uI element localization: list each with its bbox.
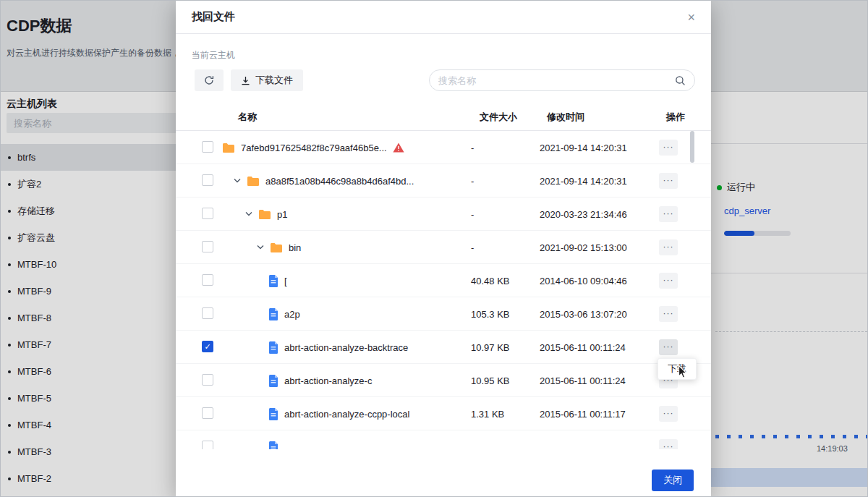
file-icon: [268, 308, 278, 320]
name-cell: a8a8f51a08b446c98a8b4d6af4bd...: [176, 164, 414, 197]
search-icon[interactable]: [675, 75, 686, 86]
file-icon: [268, 275, 278, 287]
folder-icon: [247, 176, 260, 187]
refresh-button[interactable]: [195, 69, 224, 91]
chevron-down-icon[interactable]: [245, 211, 252, 217]
file-row: p1-2020-03-23 21:34:46···: [176, 197, 711, 231]
file-icon: [268, 375, 278, 387]
mouse-cursor: [678, 365, 689, 380]
retrieve-files-dialog: 找回文件 × 当前云主机 下载文件: [176, 1, 711, 497]
file-row: bin-2021-09-02 15:13:00···: [176, 231, 711, 264]
file-icon: [268, 408, 278, 420]
close-icon[interactable]: ×: [687, 11, 695, 24]
modified-time: 2015-06-11 00:11:24: [540, 375, 626, 386]
dialog-title: 找回文件: [192, 10, 235, 24]
file-table-body: 7afebd917625482f8c79aaf46b5e...-2021-09-…: [176, 131, 711, 449]
file-row: ···: [176, 430, 711, 449]
modified-time: 2021-09-02 15:13:00: [540, 242, 627, 253]
download-button-label: 下载文件: [255, 74, 293, 87]
file-row: ✓abrt-action-analyze-backtrace10.97 KB20…: [176, 331, 711, 364]
scrollbar-thumb[interactable]: [690, 131, 694, 163]
modified-time: 2021-09-14 14:20:31: [540, 143, 627, 153]
file-size: 105.3 KB: [471, 309, 510, 320]
file-size: 1.31 KB: [471, 409, 504, 420]
more-actions-button[interactable]: ···: [659, 206, 678, 222]
modified-time: 2015-06-11 00:11:17: [540, 409, 626, 420]
dialog-footer: 关闭: [176, 449, 711, 497]
file-size: -: [471, 176, 474, 187]
chevron-down-icon[interactable]: [234, 178, 241, 184]
current-host-label: 当前云主机: [192, 49, 235, 61]
file-icon: [268, 441, 278, 450]
more-actions-button[interactable]: ···: [659, 439, 678, 449]
more-actions-button[interactable]: ···: [659, 140, 678, 156]
name-cell: abrt-action-analyze-c: [176, 364, 372, 397]
file-name: abrt-action-analyze-ccpp-local: [284, 409, 409, 420]
folder-icon: [258, 209, 271, 220]
modified-time: 2015-03-06 13:07:20: [540, 309, 627, 320]
modified-time: 2014-06-10 09:04:46: [540, 276, 627, 286]
column-header-name: 名称: [238, 111, 257, 124]
file-search-input[interactable]: [438, 75, 675, 86]
column-header-size: 文件大小: [480, 111, 517, 124]
more-actions-button[interactable]: ···: [659, 273, 678, 289]
screen: CDP数据 对云主机进行持续数据保护产生的备份数据，存放 云主机列表 btrfs…: [0, 0, 868, 497]
file-name: abrt-action-analyze-c: [284, 375, 372, 386]
refresh-icon: [204, 75, 214, 85]
chevron-down-icon[interactable]: [257, 245, 264, 250]
download-icon: [241, 76, 250, 85]
close-dialog-button[interactable]: 关闭: [652, 470, 694, 491]
more-actions-button[interactable]: ···: [659, 173, 678, 189]
file-name: [: [284, 276, 287, 286]
file-size: -: [471, 242, 474, 253]
column-header-operation: 操作: [666, 111, 685, 124]
name-cell: bin: [176, 231, 301, 264]
file-name: bin: [289, 242, 301, 253]
more-actions-button[interactable]: ···: [659, 306, 678, 322]
modified-time: 2015-06-11 00:11:24: [540, 342, 626, 353]
modified-time: 2020-03-23 21:34:46: [540, 209, 627, 220]
name-cell: abrt-action-analyze-backtrace: [176, 331, 408, 364]
file-name: 7afebd917625482f8c79aaf46b5e...: [241, 143, 387, 153]
file-size: 40.48 KB: [471, 276, 510, 286]
file-icon: [268, 341, 278, 354]
file-size: -: [471, 209, 474, 220]
file-name: a2p: [284, 309, 300, 320]
file-name: abrt-action-analyze-backtrace: [284, 342, 408, 353]
name-cell: a2p: [176, 297, 300, 331]
table-header: 名称 文件大小 修改时间 操作: [176, 102, 711, 131]
warning-icon: [393, 143, 404, 153]
dialog-header: 找回文件 ×: [176, 1, 711, 34]
file-search-box: [429, 69, 695, 91]
name-cell: 7afebd917625482f8c79aaf46b5e...: [176, 131, 404, 164]
modified-time: 2021-09-14 14:20:31: [540, 176, 627, 187]
name-cell: p1: [176, 197, 287, 231]
file-row: a8a8f51a08b446c98a8b4d6af4bd...-2021-09-…: [176, 164, 711, 197]
file-row: 7afebd917625482f8c79aaf46b5e...-2021-09-…: [176, 131, 711, 164]
folder-icon: [222, 143, 235, 153]
folder-icon: [270, 242, 283, 253]
name-cell: [: [176, 264, 287, 297]
more-actions-button[interactable]: ···: [659, 239, 678, 255]
file-row: a2p105.3 KB2015-03-06 13:07:20···: [176, 297, 711, 331]
file-size: 10.97 KB: [471, 342, 510, 353]
file-name: a8a8f51a08b446c98a8b4d6af4bd...: [265, 176, 414, 187]
download-files-button[interactable]: 下载文件: [231, 69, 303, 91]
file-size: -: [471, 143, 474, 153]
file-size: 10.95 KB: [471, 375, 510, 386]
name-cell: abrt-action-analyze-ccpp-local: [176, 397, 409, 430]
download-menu-item[interactable]: 下载: [658, 358, 697, 380]
more-actions-button[interactable]: ···: [659, 339, 678, 355]
column-header-time: 修改时间: [547, 111, 584, 124]
file-row: [40.48 KB2014-06-10 09:04:46···: [176, 264, 711, 297]
more-actions-button[interactable]: ···: [659, 406, 678, 422]
file-row: abrt-action-analyze-ccpp-local1.31 KB201…: [176, 397, 711, 430]
file-name: p1: [277, 209, 287, 220]
name-cell: [176, 430, 284, 449]
file-row: abrt-action-analyze-c10.95 KB2015-06-11 …: [176, 364, 711, 397]
